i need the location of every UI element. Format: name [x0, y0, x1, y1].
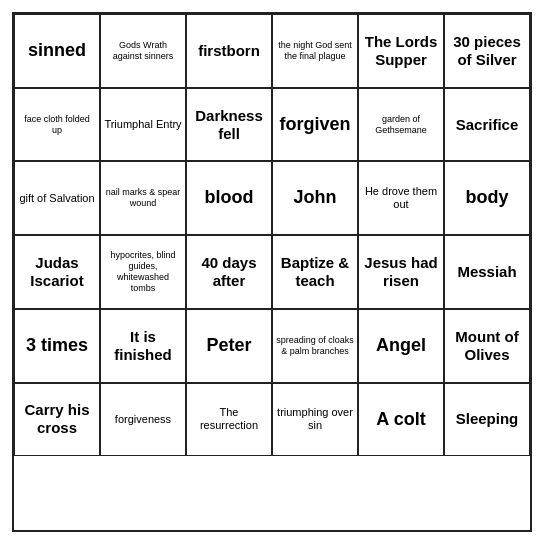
bingo-cell: 40 days after	[186, 235, 272, 309]
bingo-cell: gift of Salvation	[14, 161, 100, 235]
bingo-cell: the night God sent the final plague	[272, 14, 358, 88]
bingo-cell: Angel	[358, 309, 444, 383]
bingo-cell: Baptize & teach	[272, 235, 358, 309]
bingo-cell: He drove them out	[358, 161, 444, 235]
bingo-cell: A colt	[358, 383, 444, 457]
bingo-cell: hypocrites, blind guides, whitewashed to…	[100, 235, 186, 309]
bingo-cell: firstborn	[186, 14, 272, 88]
bingo-cell: Darkness fell	[186, 88, 272, 162]
bingo-cell: forgiveness	[100, 383, 186, 457]
bingo-cell: nail marks & spear wound	[100, 161, 186, 235]
bingo-cell: Peter	[186, 309, 272, 383]
bingo-cell: blood	[186, 161, 272, 235]
bingo-cell: face cloth folded up	[14, 88, 100, 162]
bingo-cell: John	[272, 161, 358, 235]
bingo-cell: 30 pieces of Silver	[444, 14, 530, 88]
bingo-cell: Carry his cross	[14, 383, 100, 457]
bingo-cell: The resurrection	[186, 383, 272, 457]
bingo-cell: garden of Gethsemane	[358, 88, 444, 162]
bingo-cell: forgiven	[272, 88, 358, 162]
bingo-cell: Judas Iscariot	[14, 235, 100, 309]
bingo-cell: The Lords Supper	[358, 14, 444, 88]
bingo-cell: sinned	[14, 14, 100, 88]
bingo-cell: Messiah	[444, 235, 530, 309]
bingo-cell: body	[444, 161, 530, 235]
bingo-cell: Sacrifice	[444, 88, 530, 162]
bingo-cell: Sleeping	[444, 383, 530, 457]
bingo-cell: Mount of Olives	[444, 309, 530, 383]
bingo-board: sinnedGods Wrath against sinnersfirstbor…	[12, 12, 532, 532]
bingo-cell: Gods Wrath against sinners	[100, 14, 186, 88]
bingo-cell: It is finished	[100, 309, 186, 383]
bingo-cell: 3 times	[14, 309, 100, 383]
bingo-cell: triumphing over sin	[272, 383, 358, 457]
bingo-cell: Jesus had risen	[358, 235, 444, 309]
bingo-cell: Triumphal Entry	[100, 88, 186, 162]
bingo-cell: spreading of cloaks & palm branches	[272, 309, 358, 383]
